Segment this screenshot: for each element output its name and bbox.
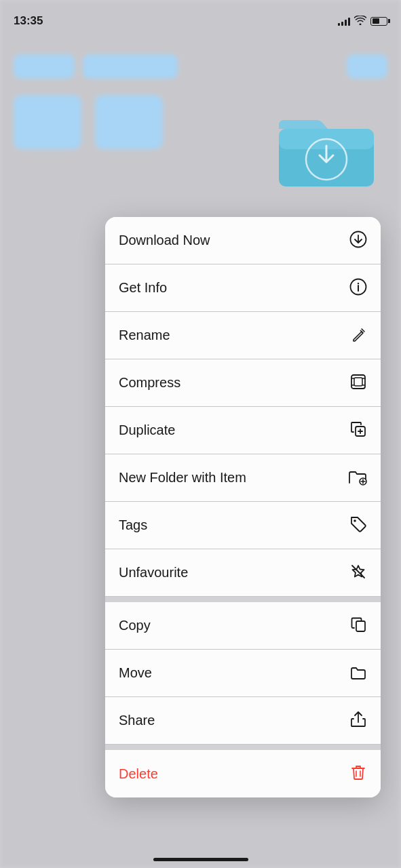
- menu-item-delete[interactable]: Delete: [105, 750, 381, 797]
- share-icon: [349, 711, 367, 731]
- menu-item-label: Download Now: [119, 233, 210, 248]
- tags-icon: [349, 515, 367, 536]
- menu-item-label: Move: [119, 665, 152, 681]
- unfavourite-icon: [349, 563, 367, 583]
- copy-icon: [349, 616, 367, 636]
- menu-item-label: Delete: [119, 766, 158, 782]
- svg-rect-7: [354, 378, 362, 386]
- compress-icon: [349, 373, 367, 393]
- svg-rect-6: [351, 375, 365, 389]
- status-time: 13:35: [14, 14, 43, 28]
- svg-point-5: [358, 282, 359, 283]
- bg-element: [347, 54, 387, 79]
- menu-item-move[interactable]: Move: [105, 650, 381, 697]
- menu-item-rename[interactable]: Rename: [105, 312, 381, 359]
- new-folder-icon: [348, 468, 367, 488]
- menu-item-label: Unfavourite: [119, 565, 188, 580]
- menu-item-tags[interactable]: Tags: [105, 502, 381, 549]
- delete-icon: [349, 764, 367, 784]
- bg-element: [83, 54, 178, 79]
- wifi-icon: [354, 16, 366, 27]
- menu-item-label: New Folder with Item: [119, 470, 246, 486]
- menu-item-label: Duplicate: [119, 422, 175, 438]
- status-bar: 13:35: [0, 0, 401, 34]
- move-icon: [349, 663, 367, 684]
- menu-item-share[interactable]: Share: [105, 697, 381, 745]
- get-info-icon: [349, 278, 367, 298]
- svg-point-18: [354, 519, 356, 522]
- folder-icon-container: [272, 105, 381, 196]
- duplicate-icon: [349, 420, 367, 441]
- bg-folder: [95, 95, 163, 149]
- menu-item-duplicate[interactable]: Duplicate: [105, 407, 381, 454]
- battery-icon: [370, 17, 387, 26]
- menu-item-label: Copy: [119, 618, 151, 633]
- status-icons: [338, 16, 387, 27]
- menu-item-get-info[interactable]: Get Info: [105, 264, 381, 312]
- menu-item-label: Share: [119, 713, 155, 728]
- menu-item-download-now[interactable]: Download Now: [105, 217, 381, 264]
- home-indicator: [153, 858, 248, 861]
- menu-item-label: Rename: [119, 328, 170, 343]
- bg-element: [14, 54, 75, 79]
- svg-rect-20: [356, 621, 365, 631]
- menu-item-new-folder-with-item[interactable]: New Folder with Item: [105, 454, 381, 502]
- menu-item-compress[interactable]: Compress: [105, 359, 381, 407]
- menu-item-label: Compress: [119, 375, 180, 391]
- rename-icon: [351, 326, 367, 345]
- menu-item-label: Tags: [119, 517, 147, 533]
- download-now-icon: [349, 231, 367, 251]
- menu-item-copy[interactable]: Copy: [105, 602, 381, 650]
- bg-folder: [14, 95, 81, 149]
- folder-icon: [272, 105, 381, 193]
- menu-group-divider: [105, 745, 381, 750]
- menu-item-label: Get Info: [119, 280, 167, 296]
- menu-group-divider: [105, 597, 381, 602]
- menu-item-unfavourite[interactable]: Unfavourite: [105, 549, 381, 597]
- signal-icon: [338, 16, 350, 26]
- context-menu: Download Now Get Info Rename: [105, 217, 381, 797]
